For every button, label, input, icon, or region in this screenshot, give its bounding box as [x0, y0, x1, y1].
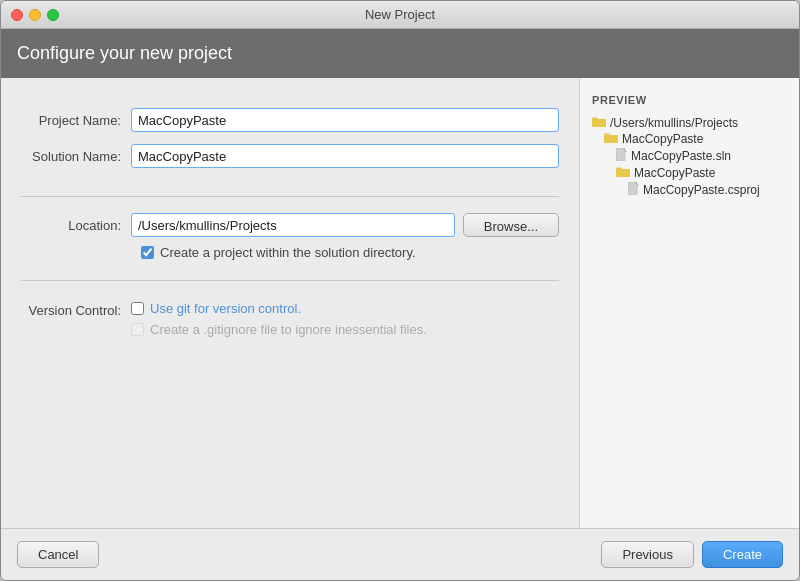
maximize-button[interactable]: [47, 9, 59, 21]
divider-1: [21, 196, 559, 197]
list-item: MacCopyPaste.csproj: [592, 182, 787, 198]
project-name-row: Project Name:: [21, 108, 559, 132]
svg-rect-4: [616, 148, 625, 161]
solution-name-row: Solution Name:: [21, 144, 559, 168]
svg-rect-7: [616, 168, 622, 171]
form-panel: Project Name: Solution Name: Location: B…: [1, 78, 579, 528]
create-gitignore-row: Create a .gitignore file to ignore iness…: [131, 322, 427, 337]
version-control-section: Version Control: Use git for version con…: [21, 301, 559, 337]
create-gitignore-label[interactable]: Create a .gitignore file to ignore iness…: [150, 322, 427, 337]
folder-icon: [616, 166, 630, 180]
preview-tree: /Users/kmullins/Projects MacCopyPaste: [592, 116, 787, 198]
solution-name-label: Solution Name:: [21, 149, 131, 164]
tree-item-text: MacCopyPaste.sln: [631, 149, 731, 163]
previous-button[interactable]: Previous: [601, 541, 694, 568]
preview-label: PREVIEW: [592, 94, 787, 106]
solution-name-input[interactable]: [131, 144, 559, 168]
divider-2: [21, 280, 559, 281]
list-item: /Users/kmullins/Projects: [592, 116, 787, 130]
create-in-solution-row: Create a project within the solution dir…: [21, 245, 559, 260]
folder-icon: [604, 132, 618, 146]
browse-button[interactable]: Browse...: [463, 213, 559, 237]
use-git-label[interactable]: Use git for version control.: [150, 301, 301, 316]
create-in-solution-label[interactable]: Create a project within the solution dir…: [160, 245, 416, 260]
project-name-label: Project Name:: [21, 113, 131, 128]
svg-rect-3: [604, 134, 610, 137]
window-title: New Project: [365, 7, 435, 22]
close-button[interactable]: [11, 9, 23, 21]
create-in-solution-checkbox[interactable]: [141, 246, 154, 259]
bottom-right-actions: Previous Create: [601, 541, 783, 568]
file-icon: [628, 182, 639, 198]
page-header: Configure your new project: [1, 29, 799, 78]
preview-panel: PREVIEW /Users/kmullins/Projects: [579, 78, 799, 528]
version-control-label: Version Control:: [21, 301, 131, 318]
file-icon: [616, 148, 627, 164]
tree-item-text: /Users/kmullins/Projects: [610, 116, 738, 130]
list-item: MacCopyPaste.sln: [592, 148, 787, 164]
project-name-input[interactable]: [131, 108, 559, 132]
create-button[interactable]: Create: [702, 541, 783, 568]
title-bar: New Project: [1, 1, 799, 29]
svg-rect-1: [592, 118, 598, 121]
cancel-button[interactable]: Cancel: [17, 541, 99, 568]
traffic-lights: [11, 9, 59, 21]
bottom-bar: Cancel Previous Create: [1, 528, 799, 580]
main-content: Project Name: Solution Name: Location: B…: [1, 78, 799, 528]
location-label: Location:: [21, 218, 131, 233]
tree-item-text: MacCopyPaste: [634, 166, 715, 180]
minimize-button[interactable]: [29, 9, 41, 21]
tree-item-text: MacCopyPaste.csproj: [643, 183, 760, 197]
folder-icon: [592, 116, 606, 130]
list-item: MacCopyPaste: [592, 132, 787, 146]
version-control-options: Use git for version control. Create a .g…: [131, 301, 427, 337]
create-gitignore-checkbox[interactable]: [131, 323, 144, 336]
tree-item-text: MacCopyPaste: [622, 132, 703, 146]
list-item: MacCopyPaste: [592, 166, 787, 180]
use-git-row: Use git for version control.: [131, 301, 427, 316]
location-row: Location: Browse...: [21, 213, 559, 237]
svg-rect-8: [628, 182, 637, 195]
use-git-checkbox[interactable]: [131, 302, 144, 315]
page-title: Configure your new project: [17, 43, 783, 64]
location-input[interactable]: [131, 213, 455, 237]
